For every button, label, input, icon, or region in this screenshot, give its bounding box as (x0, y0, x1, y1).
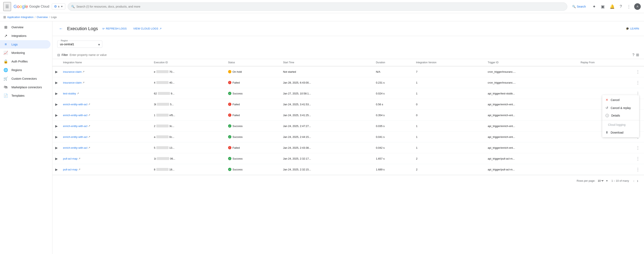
row-duration-7: 0.042 s (373, 142, 414, 153)
ext-link-icon-6: ↗ (88, 135, 90, 138)
sidebar-item-custom-connectors[interactable]: 🛒 Custom Connectors (0, 74, 50, 83)
expand-button-0[interactable]: ▶ (55, 69, 58, 74)
row-duration-5: 0.035 s (373, 121, 414, 132)
context-cancel-replay[interactable]: ↺ Cancel & replay (602, 104, 639, 112)
account-button[interactable]: A (634, 3, 641, 10)
col-integration-name[interactable]: Integration Name (60, 59, 152, 66)
row-expand-6[interactable]: ▶ (52, 132, 60, 142)
sidebar-item-integrations[interactable]: ↗ Integrations (0, 32, 50, 40)
row-replay-from-0 (578, 66, 632, 77)
sidebar-item-auth-profiles[interactable]: 🔒 Auth Profiles (0, 57, 50, 66)
expand-button-3[interactable]: ▶ (55, 102, 58, 107)
sidebar-item-monitoring[interactable]: 📈 Monitoring (0, 49, 50, 57)
row-version-7: 1 (414, 142, 485, 153)
row-more-button-0[interactable]: ⋮ (634, 68, 642, 75)
integration-link-0[interactable]: insurance-claim ↗ (63, 70, 149, 73)
terminal-button[interactable]: ▣ (599, 3, 606, 11)
refresh-logs-button[interactable]: ↺ REFRESH LOGS (100, 26, 129, 31)
expand-button-5[interactable]: ▶ (55, 124, 58, 128)
col-integration-version[interactable]: Integration Version (414, 59, 485, 66)
execution-logs-table: Integration Name Execution ID Status Sta… (52, 59, 644, 175)
col-execution-id[interactable]: Execution ID (152, 59, 226, 66)
context-details[interactable]: i Details (602, 112, 639, 119)
integration-link-6[interactable]: enrich-entity-with-acl ↗ (63, 135, 149, 138)
row-integration-name-9: pull-acl-map ↗ (60, 164, 152, 175)
col-status[interactable]: Status (226, 59, 281, 66)
row-exec-id-2: 62 9... (152, 88, 226, 99)
back-button[interactable]: ← (57, 25, 65, 33)
exec-id-bar-0 (156, 70, 168, 73)
view-cloud-logs-button[interactable]: VIEW CLOUD LOGS ↗ (131, 26, 164, 31)
integration-link-3[interactable]: enrich-entity-with-acl ↗ (63, 103, 149, 106)
row-expand-5[interactable]: ▶ (52, 121, 60, 132)
expand-button-8[interactable]: ▶ (55, 156, 58, 161)
columns-button[interactable]: ⊞ (636, 53, 639, 57)
expand-button-6[interactable]: ▶ (55, 135, 58, 139)
integration-link-7[interactable]: enrich-entity-with-acl ↗ (63, 146, 149, 149)
row-expand-1[interactable]: ▶ (52, 77, 60, 88)
row-expand-7[interactable]: ▶ (52, 142, 60, 153)
region-select[interactable]: us-central1 us-east1 us-west1 europe-wes… (60, 43, 93, 46)
sidebar-item-regions[interactable]: 🌐 Regions (0, 66, 50, 74)
sidebar-item-marketplace-connectors[interactable]: 🛍 Marketplace connectors (0, 83, 50, 91)
col-replay-from[interactable]: Replay From (578, 59, 632, 66)
gemini-button[interactable]: ✦ (591, 3, 598, 11)
row-more-button-7[interactable]: ⋮ (634, 144, 642, 151)
next-page-button[interactable]: › (636, 178, 639, 184)
chevron-down-icon: ▼ (98, 43, 100, 46)
learn-button[interactable]: 🎓 LEARN (626, 27, 639, 30)
more-button[interactable]: ⋮ (625, 3, 632, 11)
prev-page-button[interactable]: ‹ (632, 178, 636, 184)
expand-button-4[interactable]: ▶ (55, 113, 58, 118)
col-duration[interactable]: Duration (373, 59, 414, 66)
breadcrumb-app-integration[interactable]: Application Integration (7, 16, 34, 19)
integration-link-1[interactable]: insurance-claim ↗ (63, 81, 149, 84)
row-expand-2[interactable]: ▶ (52, 88, 60, 99)
row-replay-from-1 (578, 77, 632, 88)
breadcrumb-overview[interactable]: Overview (36, 16, 48, 19)
row-expand-8[interactable]: ▶ (52, 153, 60, 164)
sidebar-item-overview[interactable]: ⊞ Overview (0, 23, 50, 32)
context-cancel[interactable]: ✕ Cancel (602, 96, 639, 104)
row-replay-from-8 (578, 153, 632, 164)
row-expand-4[interactable]: ▶ (52, 110, 60, 121)
row-more-button-8[interactable]: ⋮ (634, 155, 642, 162)
row-exec-id-0: e 70... (152, 66, 226, 77)
filter-label: Filter (62, 53, 68, 57)
expand-button-7[interactable]: ▶ (55, 145, 58, 150)
search-button[interactable]: 🔍 Search (570, 4, 588, 10)
help-button[interactable]: ? (618, 3, 624, 11)
status-text-6: Success (232, 135, 243, 138)
row-more-button-9[interactable]: ⋮ (634, 166, 642, 173)
col-trigger-id[interactable]: Trigger ID (485, 59, 578, 66)
search-box[interactable]: 🔍 (68, 3, 567, 11)
context-download[interactable]: ⬇ Download (602, 128, 639, 136)
col-start-time[interactable]: Start Time (280, 59, 373, 66)
row-expand-9[interactable]: ▶ (52, 164, 60, 175)
exec-id-bar-5 (156, 125, 168, 127)
expand-button-2[interactable]: ▶ (55, 91, 58, 96)
integration-link-2[interactable]: test-stubby ↗ (63, 92, 149, 95)
menu-button[interactable]: ☰ (3, 2, 11, 11)
expand-button-9[interactable]: ▶ (55, 167, 58, 172)
filter-help-button[interactable]: ? (632, 53, 634, 57)
integration-link-8[interactable]: pull-acl-map ↗ (63, 157, 149, 160)
row-expand-3[interactable]: ▶ (52, 99, 60, 110)
row-integration-name-8: pull-acl-map ↗ (60, 153, 152, 164)
table-header-row: Integration Name Execution ID Status Sta… (52, 59, 644, 66)
sidebar-item-logs[interactable]: ≡ Logs (0, 40, 50, 49)
row-expand-0[interactable]: ▶ (52, 66, 60, 77)
project-selector[interactable]: ⚙ s ▼ (52, 4, 65, 10)
integration-link-9[interactable]: pull-acl-map ↗ (63, 168, 149, 171)
sidebar-item-templates[interactable]: 📄 Templates (0, 91, 50, 100)
integration-link-4[interactable]: enrich-entity-with-acl ↗ (63, 114, 149, 117)
row-more-button-1[interactable]: ⋮ (634, 79, 642, 86)
sidebar-item-label: Integrations (12, 34, 26, 38)
notifications-button[interactable]: 🔔 (608, 3, 616, 11)
rows-per-page-select[interactable]: 10 25 50 (597, 179, 604, 182)
sidebar-item-label: Regions (12, 68, 22, 72)
filter-input[interactable] (70, 53, 631, 57)
expand-button-1[interactable]: ▶ (55, 80, 58, 85)
integration-link-5[interactable]: enrich-entity-with-acl ↗ (63, 125, 149, 128)
search-input[interactable] (76, 5, 564, 8)
